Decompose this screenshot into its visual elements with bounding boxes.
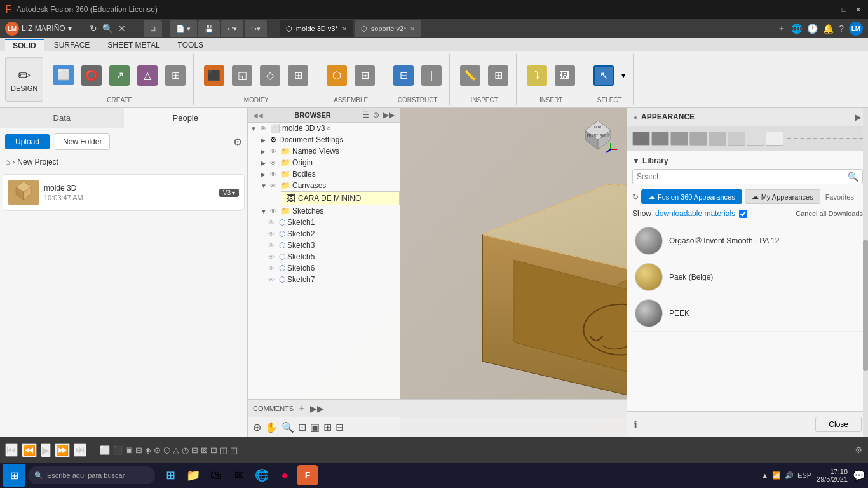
- anim-icon-8[interactable]: △: [173, 445, 179, 455]
- anim-to-start[interactable]: ⏮: [5, 443, 18, 457]
- ap-search-bar[interactable]: 🔍: [632, 169, 863, 184]
- create-extrude[interactable]: ⬜: [51, 64, 76, 88]
- comments-expand-icon[interactable]: ▶▶: [310, 403, 324, 414]
- insert-derive[interactable]: ⤵: [524, 64, 550, 87]
- anim-step-forward[interactable]: ⏩: [55, 443, 70, 458]
- doc-version-badge[interactable]: V3 ▾: [219, 189, 239, 197]
- tab-molde-close[interactable]: ✕: [342, 25, 347, 32]
- browser-menu-icon[interactable]: ☰: [362, 111, 369, 119]
- ap-downloadable-checkbox[interactable]: [739, 210, 747, 218]
- online-icon[interactable]: 🌐: [791, 24, 802, 34]
- tab-molde[interactable]: ⬡ molde 3D v3* ✕: [280, 20, 353, 37]
- tab-my-appearances[interactable]: ☁ My Appearances: [745, 189, 820, 204]
- bodies-eye-icon[interactable]: 👁: [270, 171, 279, 178]
- anim-icon-11[interactable]: ⊠: [201, 445, 208, 455]
- sketch3-eye-icon[interactable]: 👁: [268, 242, 277, 249]
- anim-icon-1[interactable]: ⬜: [100, 445, 110, 455]
- redo-btn[interactable]: ↪▾: [245, 20, 267, 37]
- home-icon[interactable]: ⌂: [5, 158, 10, 166]
- display-settings-btn[interactable]: ⊟: [336, 421, 344, 433]
- anim-icon-6[interactable]: ⊙: [154, 445, 161, 455]
- browser-expand-icon[interactable]: ▶▶: [383, 111, 395, 119]
- select-main[interactable]: ↖: [591, 64, 616, 87]
- sketch6-eye-icon[interactable]: 👁: [268, 265, 277, 272]
- new-folder-button[interactable]: New Folder: [55, 133, 110, 150]
- ribbon-tab-surface[interactable]: SURFACE: [46, 39, 98, 51]
- material-item-3[interactable]: PEEK: [632, 295, 863, 332]
- grid-icon-btn[interactable]: ⊞: [144, 20, 162, 37]
- tab-people[interactable]: People: [124, 108, 248, 128]
- anim-icon-14[interactable]: ◰: [230, 445, 238, 455]
- zoom-fit-btn[interactable]: ⊡: [298, 421, 306, 433]
- tree-origin[interactable]: ▶ 👁 📁 Origin: [258, 157, 400, 168]
- anim-icon-10[interactable]: ⊟: [191, 445, 198, 455]
- grid-display-btn[interactable]: ⊞: [323, 421, 332, 433]
- browser-collapse-icon[interactable]: ◀◀: [253, 112, 263, 119]
- anim-icon-13[interactable]: ◫: [220, 445, 227, 455]
- swatch-1[interactable]: [651, 132, 669, 146]
- ap-downloadable-link[interactable]: downloadable materials: [655, 209, 735, 218]
- tree-canvases[interactable]: ▼ 👁 📁 Canvases: [258, 180, 400, 191]
- root-settings-icon[interactable]: ⚙: [327, 126, 331, 132]
- tree-sketch3[interactable]: 👁 ⬡ Sketch3: [266, 240, 400, 251]
- tree-sketch7[interactable]: 👁 ⬡ Sketch7: [266, 274, 400, 285]
- tree-sketch1[interactable]: 👁 ⬡ Sketch1: [266, 217, 400, 228]
- swatch-0[interactable]: [632, 132, 650, 146]
- settings-icon[interactable]: ⚙: [233, 136, 242, 148]
- tree-named-views[interactable]: ▶ 👁 📁 Named Views: [258, 146, 400, 157]
- tab-favorites[interactable]: Favorites: [825, 193, 854, 201]
- upload-button[interactable]: Upload: [5, 134, 50, 149]
- anim-settings-icon[interactable]: ⚙: [855, 445, 863, 455]
- search-icon[interactable]: 🔍: [102, 24, 113, 34]
- taskbar-app-explorer[interactable]: 📁: [183, 465, 203, 485]
- ap-refresh-icon[interactable]: ↻: [632, 193, 639, 201]
- swatch-2[interactable]: [670, 132, 688, 146]
- ap-cancel-downloads[interactable]: Cancel all Downloads: [796, 210, 863, 217]
- minimize-button[interactable]: ─: [825, 4, 835, 15]
- swatch-4[interactable]: [709, 132, 726, 146]
- taskbar-app-store[interactable]: 🛍: [206, 465, 226, 485]
- tree-root[interactable]: ▼ 👁 ⬜ molde 3D v3 ⚙: [248, 123, 400, 134]
- anim-icon-7[interactable]: ⬡: [163, 445, 170, 455]
- origin-eye-icon[interactable]: 👁: [270, 159, 279, 166]
- notifications-icon[interactable]: 💬: [853, 470, 865, 482]
- modify-chamfer[interactable]: ◇: [257, 64, 283, 87]
- tab-fusion-appearances[interactable]: ☁ Fusion 360 Appearances: [641, 189, 742, 204]
- viewport[interactable]: ◀◀ BROWSER ☰ ⊙ ▶▶ ▼ 👁 ⬜ molde 3D v3 ⚙ ▶ …: [248, 108, 868, 437]
- notify-icon[interactable]: 🔔: [823, 24, 834, 34]
- add-comment-icon[interactable]: ＋: [297, 403, 306, 414]
- user-badge[interactable]: LM LIZ MARIÑO ▾: [5, 22, 72, 36]
- modify-fillet[interactable]: ◱: [229, 64, 255, 87]
- history-icon[interactable]: 🕐: [807, 24, 818, 34]
- refresh-icon[interactable]: ↻: [90, 24, 97, 34]
- create-loft[interactable]: △: [135, 64, 160, 87]
- tab-soporte[interactable]: ⬡ soporte v2* ✕: [355, 20, 422, 37]
- insert-decal[interactable]: 🖼: [552, 64, 578, 87]
- tab-soporte-close[interactable]: ✕: [410, 25, 415, 32]
- sketch1-eye-icon[interactable]: 👁: [268, 219, 277, 226]
- create-sweep[interactable]: ↗: [107, 64, 132, 87]
- network-icon[interactable]: 📶: [772, 471, 781, 480]
- modify-more[interactable]: ⊞: [285, 64, 311, 87]
- swatch-3[interactable]: [689, 132, 707, 146]
- library-arrow-icon[interactable]: ▼: [632, 156, 640, 165]
- material-item-2[interactable]: Paek (Beige): [632, 259, 863, 295]
- close-doc-icon[interactable]: ✕: [118, 24, 126, 34]
- tree-sketch5[interactable]: 👁 ⬡ Sketch5: [266, 251, 400, 262]
- taskbar-clock[interactable]: 17:18 29/5/2021: [817, 468, 848, 483]
- doc-item-molde[interactable]: molde 3D 10:03:47 AM V3 ▾: [3, 174, 245, 211]
- assemble-joint[interactable]: ⬡: [324, 64, 349, 87]
- user-account-icon[interactable]: LM: [849, 22, 863, 36]
- tree-sketch6[interactable]: 👁 ⬡ Sketch6: [266, 262, 400, 274]
- canvases-eye-icon[interactable]: 👁: [270, 182, 279, 189]
- swatch-5[interactable]: [728, 132, 745, 146]
- start-button[interactable]: ⊞: [3, 464, 25, 487]
- anim-step-back[interactable]: ⏪: [22, 443, 37, 458]
- taskbar-app-fusion[interactable]: F: [297, 465, 318, 485]
- tree-doc-settings[interactable]: ▶ ⚙ Document Settings: [258, 134, 400, 146]
- add-tab-button[interactable]: ＋: [777, 23, 786, 34]
- taskbar-app-taskview[interactable]: ⊞: [160, 465, 180, 485]
- ap-close-button[interactable]: Close: [815, 417, 862, 432]
- tray-arrow-icon[interactable]: ▲: [761, 471, 768, 479]
- taskbar-app-chrome[interactable]: ●: [275, 465, 295, 485]
